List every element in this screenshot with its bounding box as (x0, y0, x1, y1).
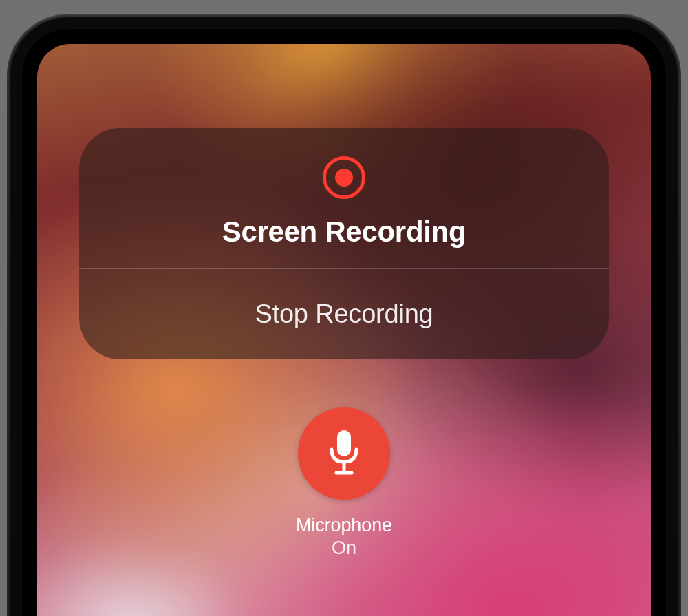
panel-actions: Stop Recording (79, 269, 609, 359)
phone-body: Screen Recording Stop Recording (7, 14, 681, 616)
microphone-status: On (332, 538, 356, 559)
microphone-section: Microphone On (296, 407, 392, 559)
record-dot-icon (335, 169, 353, 187)
svg-rect-0 (337, 430, 351, 456)
microphone-icon (325, 429, 363, 478)
control-center-content: Screen Recording Stop Recording (37, 44, 651, 616)
panel-header: Screen Recording (79, 128, 609, 268)
screen-recording-panel: Screen Recording Stop Recording (79, 128, 609, 359)
stop-recording-button[interactable]: Stop Recording (79, 269, 609, 359)
screen-bezel: Screen Recording Stop Recording (22, 29, 666, 616)
microphone-label: Microphone (296, 515, 392, 536)
panel-title: Screen Recording (222, 215, 466, 248)
phone-inner-frame: Screen Recording Stop Recording (10, 17, 678, 616)
phone-screen: Screen Recording Stop Recording (37, 44, 651, 616)
device-frame: Screen Recording Stop Recording (0, 0, 688, 616)
recording-indicator-icon (323, 156, 365, 199)
microphone-toggle-button[interactable] (298, 407, 390, 500)
side-button (0, 0, 1, 34)
